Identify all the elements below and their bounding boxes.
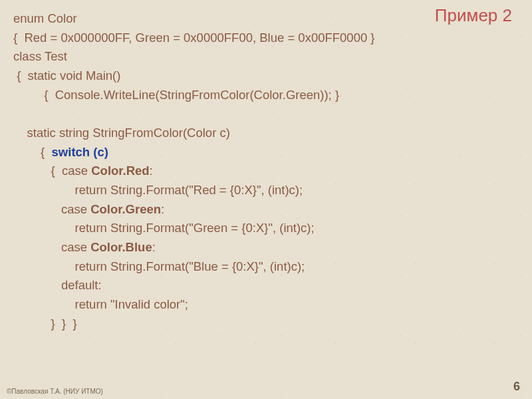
enum-red: Color.Red bbox=[91, 164, 149, 178]
enum-blue: Color.Blue bbox=[90, 240, 152, 254]
page-number: 6 bbox=[513, 380, 520, 394]
slide-title: Пример 2 bbox=[435, 5, 512, 26]
code-line: return String.Format("Red = {0:X}", (int… bbox=[13, 183, 303, 197]
code-line: { Console.WriteLine(StringFromColor(Colo… bbox=[13, 88, 339, 102]
code-block: enum Color { Red = 0x000000FF, Green = 0… bbox=[13, 9, 519, 333]
code-line: enum Color bbox=[13, 11, 77, 25]
code-line: return String.Format("Green = {0:X}", (i… bbox=[13, 221, 315, 235]
code-line: } } } bbox=[13, 317, 77, 331]
code-line: class Test bbox=[13, 49, 67, 63]
code-line: { case bbox=[13, 164, 91, 178]
slide: Пример 2 enum Color { Red = 0x000000FF, … bbox=[0, 0, 532, 399]
code-line: case bbox=[13, 240, 90, 254]
enum-green: Color.Green bbox=[90, 202, 161, 216]
code-line: case bbox=[13, 202, 90, 216]
code-line: return "Invalid color"; bbox=[13, 297, 188, 311]
code-line: { bbox=[13, 145, 52, 159]
code-line: { static void Main() bbox=[13, 68, 120, 82]
keyword-switch: switch (c) bbox=[52, 145, 108, 159]
footer-copyright: ©Павловская Т.А. (НИУ ИТМО) bbox=[7, 388, 103, 395]
code-text: : bbox=[161, 202, 164, 216]
code-line: static string StringFromColor(Color c) bbox=[13, 126, 230, 140]
code-line: { Red = 0x000000FF, Green = 0x0000FF00, … bbox=[13, 31, 375, 45]
code-line: default: bbox=[13, 278, 102, 292]
code-text: : bbox=[150, 164, 153, 178]
code-line: return String.Format("Blue = {0:X}", (in… bbox=[13, 259, 305, 273]
code-text: : bbox=[152, 240, 156, 254]
